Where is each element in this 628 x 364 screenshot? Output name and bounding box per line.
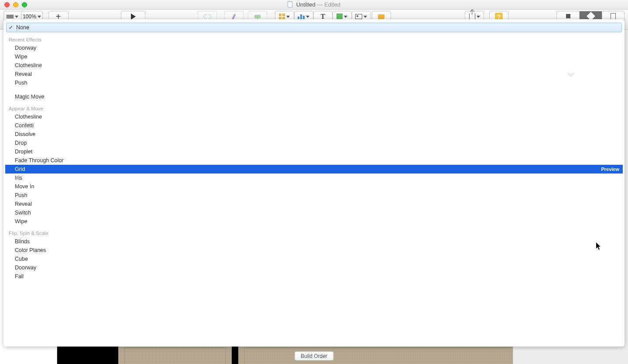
effect-option[interactable]: Iris: [5, 173, 623, 182]
effects-section-header: Appear & Move: [5, 105, 623, 112]
effect-option[interactable]: Clothesline: [5, 61, 623, 70]
main-area: 1 2 3 4 5 6 7 IT DOUBLE-CLICK TO EDIT DO…: [0, 30, 628, 364]
chevron-down-icon: [306, 16, 309, 18]
roller-icon: [254, 15, 261, 18]
titlebar: Untitled — Edited: [0, 0, 628, 10]
document-icon: [288, 1, 292, 7]
effect-option[interactable]: Doorway: [5, 263, 623, 272]
effect-option[interactable]: Color Planes: [5, 246, 623, 255]
document-edited-badge: — Edited: [317, 1, 340, 8]
chevron-down-icon: [344, 16, 347, 18]
chevron-down-icon: [15, 16, 18, 18]
effects-section-header: Recent Effects: [5, 36, 623, 44]
effect-option[interactable]: Blinds: [5, 237, 623, 246]
effect-option[interactable]: Move In: [5, 182, 623, 191]
effect-option[interactable]: Droplet: [5, 147, 623, 156]
preview-label[interactable]: Preview: [601, 167, 619, 172]
effect-option[interactable]: Wipe: [5, 52, 623, 61]
document-icon: [611, 13, 616, 20]
effect-option[interactable]: GridPreview: [5, 165, 623, 173]
play-icon: [131, 14, 136, 20]
effect-option[interactable]: Magic Move: [5, 92, 623, 101]
chart-icon: [298, 14, 305, 20]
link-icon: [203, 14, 211, 19]
effect-option[interactable]: Drop: [5, 139, 623, 147]
chevron-down-icon: [38, 16, 41, 18]
effect-option[interactable]: Dissolve: [5, 130, 623, 139]
popover-arrow: [567, 73, 574, 76]
image-icon: [355, 14, 362, 19]
effect-option[interactable]: Cube: [5, 255, 623, 263]
effect-option[interactable]: Switch: [5, 208, 623, 217]
effect-option[interactable]: Fade Through Color: [5, 156, 623, 165]
effect-option[interactable]: Push: [5, 78, 623, 87]
chevron-down-icon: [477, 16, 480, 18]
chevron-down-icon: [364, 16, 367, 18]
document-name: Untitled: [296, 1, 316, 8]
share-icon: [469, 14, 475, 20]
zoom-value: 100%: [23, 14, 36, 20]
effect-option[interactable]: Reveal: [5, 200, 623, 208]
chevron-down-icon: [286, 16, 290, 18]
effect-option[interactable]: Clothesline: [5, 112, 623, 121]
inspector-panel: Transitions No Transition Effect Add an …: [513, 30, 628, 364]
effect-option[interactable]: Doorway: [5, 44, 623, 52]
effect-option-none[interactable]: None: [7, 23, 621, 32]
table-icon: [279, 14, 285, 20]
effects-section-header: Flip, Spin & Scale: [5, 229, 623, 237]
comment-icon: [378, 14, 384, 19]
effect-option[interactable]: Confetti: [5, 121, 623, 130]
effect-option[interactable]: Fall: [5, 272, 623, 281]
build-order-button[interactable]: Build Order: [294, 351, 334, 361]
effect-option[interactable]: Reveal: [5, 70, 623, 78]
effect-option[interactable]: Push: [5, 191, 623, 200]
effects-scroll[interactable]: NoneRecent EffectsDoorwayWipeClothesline…: [3, 19, 625, 347]
effects-popover: NoneRecent EffectsDoorwayWipeClothesline…: [3, 19, 625, 347]
window-title: Untitled — Edited: [0, 1, 628, 8]
shape-icon: [336, 14, 343, 20]
effect-option[interactable]: Wipe: [5, 217, 623, 226]
